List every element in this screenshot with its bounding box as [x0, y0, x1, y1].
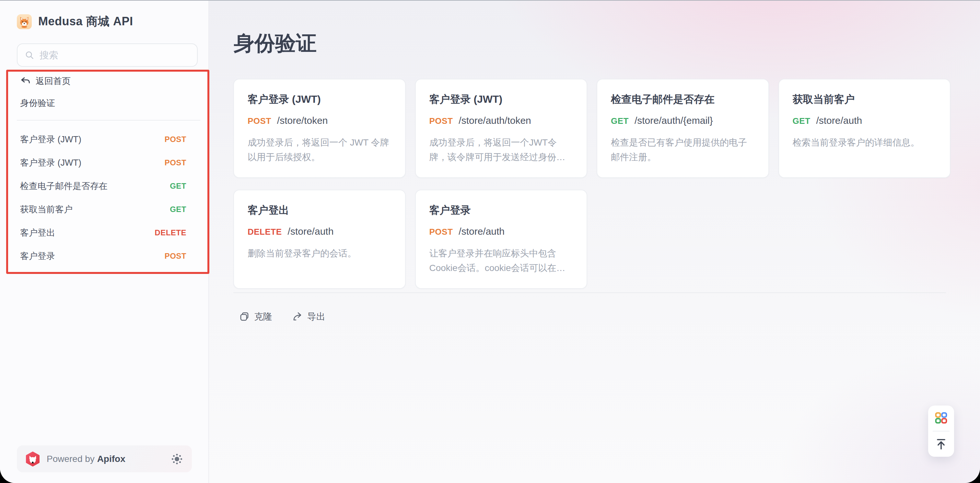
- powered-by-text: Powered by Apifox: [47, 454, 126, 464]
- app-window: Medusa 商城 API 返回首页 身份验证 客户登录 (JWT: [0, 0, 980, 483]
- endpoint-list: 客户登录 (JWT) POST 客户登录 (JWT) POST 检查电子邮件是否…: [0, 128, 209, 268]
- card-title: 检查电子邮件是否存在: [611, 92, 755, 107]
- sidebar-endpoint-item[interactable]: 客户登录 POST: [0, 244, 209, 268]
- card-method-badge: POST: [248, 116, 271, 126]
- brand-title: Medusa 商城 API: [38, 14, 133, 30]
- sidebar-endpoint-item[interactable]: 获取当前客户 GET: [0, 198, 209, 221]
- sidebar-endpoint-item[interactable]: 客户登录 (JWT) POST: [0, 128, 209, 151]
- card-description: 成功登录后，将返回一个 JWT 令牌以用于后续授权。: [248, 135, 391, 164]
- clone-label: 克隆: [254, 311, 272, 323]
- apifox-logo-icon: [25, 451, 40, 467]
- endpoint-label: 客户登录 (JWT): [20, 134, 81, 145]
- card-description: 检查是否已有客户使用提供的电子邮件注册。: [611, 135, 755, 164]
- endpoint-card[interactable]: 客户登出 DELETE /store/auth 删除当前登录客户的会话。: [233, 190, 406, 289]
- endpoint-method-badge: POST: [165, 135, 186, 144]
- sidebar: Medusa 商城 API 返回首页 身份验证 客户登录 (JWT: [0, 1, 209, 483]
- export-icon: [292, 311, 303, 322]
- export-label: 导出: [307, 311, 325, 323]
- endpoint-card[interactable]: 检查电子邮件是否存在 GET /store/auth/{email} 检查是否已…: [597, 79, 769, 178]
- content-divider: [233, 292, 946, 293]
- card-path: /store/token: [277, 115, 328, 126]
- card-description: 成功登录后，将返回一个JWT令牌，该令牌可用于发送经过身份…: [430, 135, 573, 164]
- card-path: /store/auth: [816, 115, 862, 126]
- card-method-badge: GET: [793, 116, 810, 126]
- card-path: /store/auth/{email}: [635, 115, 713, 126]
- card-meta: DELETE /store/auth: [248, 226, 391, 237]
- sidebar-endpoint-item[interactable]: 检查电子邮件是否存在 GET: [0, 174, 209, 198]
- card-path: /store/auth: [458, 226, 504, 237]
- card-description: 删除当前登录客户的会话。: [248, 246, 391, 261]
- scroll-to-top-icon: [934, 437, 948, 451]
- endpoint-method-badge: POST: [165, 158, 186, 167]
- endpoint-label: 检查电子邮件是否存在: [20, 180, 108, 192]
- clone-button[interactable]: 克隆: [239, 311, 272, 323]
- card-meta: POST /store/auth/token: [430, 115, 573, 126]
- card-method-badge: POST: [430, 227, 453, 237]
- card-title: 客户登录 (JWT): [430, 92, 573, 107]
- endpoint-card[interactable]: 客户登录 (JWT) POST /store/token 成功登录后，将返回一个…: [233, 79, 406, 178]
- endpoint-label: 获取当前客户: [20, 204, 73, 215]
- brand: Medusa 商城 API: [17, 14, 133, 30]
- endpoint-label: 客户登录: [20, 250, 55, 262]
- page-title: 身份验证: [234, 29, 317, 57]
- card-description: 让客户登录并在响应标头中包含Cookie会话。cookie会话可以在…: [430, 246, 573, 275]
- card-meta: GET /store/auth: [793, 115, 937, 126]
- export-button[interactable]: 导出: [292, 311, 325, 323]
- endpoint-label: 客户登录 (JWT): [20, 157, 81, 169]
- endpoint-card[interactable]: 客户登录 POST /store/auth 让客户登录并在响应标头中包含Cook…: [415, 190, 587, 289]
- endpoint-method-badge: GET: [170, 205, 186, 214]
- card-method-badge: POST: [430, 116, 453, 126]
- theme-toggle-sun-icon[interactable]: [170, 453, 183, 465]
- copy-icon: [239, 311, 250, 322]
- endpoint-card[interactable]: 客户登录 (JWT) POST /store/auth/token 成功登录后，…: [415, 79, 587, 178]
- card-method-badge: DELETE: [248, 227, 282, 237]
- search-box[interactable]: [17, 43, 198, 67]
- endpoint-label: 客户登出: [20, 227, 55, 239]
- back-home-link[interactable]: 返回首页: [20, 73, 71, 89]
- sidebar-divider: [17, 120, 200, 121]
- apps-grid-button[interactable]: [928, 405, 954, 431]
- card-title: 客户登录 (JWT): [248, 92, 391, 107]
- card-description: 检索当前登录客户的详细信息。: [793, 135, 937, 150]
- search-icon: [25, 50, 34, 60]
- card-meta: GET /store/auth/{email}: [611, 115, 755, 126]
- apps-grid-icon: [934, 411, 948, 426]
- card-title: 客户登录: [430, 203, 573, 217]
- endpoint-method-badge: POST: [165, 252, 186, 261]
- card-title: 客户登出: [248, 203, 391, 217]
- scroll-to-top-button[interactable]: [928, 432, 954, 457]
- sidebar-endpoint-item[interactable]: 客户登录 (JWT) POST: [0, 151, 209, 174]
- card-meta: POST /store/token: [248, 115, 391, 126]
- sidebar-endpoint-item[interactable]: 客户登出 DELETE: [0, 221, 209, 244]
- endpoint-method-badge: GET: [170, 182, 186, 191]
- apifox-brand-text: Apifox: [97, 454, 126, 464]
- card-path: /store/auth: [288, 226, 334, 237]
- card-meta: POST /store/auth: [430, 226, 573, 237]
- floating-widget: [928, 405, 954, 457]
- card-method-badge: GET: [611, 116, 629, 126]
- back-home-label: 返回首页: [36, 75, 71, 87]
- endpoint-method-badge: DELETE: [154, 228, 186, 237]
- card-title: 获取当前客户: [793, 92, 937, 107]
- powered-by-bar[interactable]: Powered by Apifox: [17, 445, 192, 472]
- endpoint-cards-grid: 客户登录 (JWT) POST /store/token 成功登录后，将返回一个…: [233, 79, 950, 289]
- doc-actions: 克隆 导出: [239, 311, 325, 323]
- sidebar-section-authentication[interactable]: 身份验证: [20, 97, 55, 110]
- card-path: /store/auth/token: [458, 115, 531, 126]
- search-input[interactable]: [39, 49, 190, 61]
- back-arrow-icon: [20, 76, 30, 86]
- fox-logo-icon: [17, 14, 32, 29]
- endpoint-card[interactable]: 获取当前客户 GET /store/auth 检索当前登录客户的详细信息。: [778, 79, 951, 178]
